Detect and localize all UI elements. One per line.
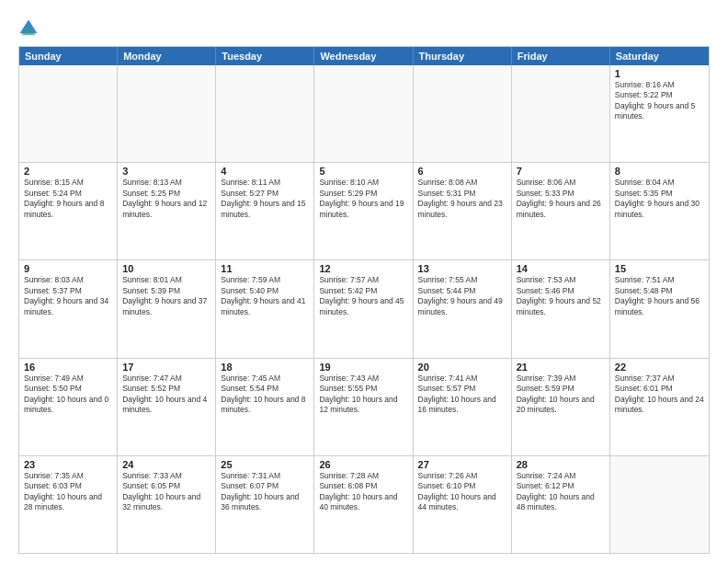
day-number: 20 — [418, 362, 506, 373]
header-day-saturday: Saturday — [610, 47, 709, 65]
day-info: Sunrise: 7:39 AM Sunset: 5:59 PM Dayligh… — [517, 373, 605, 416]
day-info: Sunrise: 7:41 AM Sunset: 5:57 PM Dayligh… — [418, 373, 506, 416]
empty-cell-0-1 — [118, 65, 216, 162]
day-cell-24: 24Sunrise: 7:33 AM Sunset: 6:05 PM Dayli… — [118, 456, 216, 553]
day-info: Sunrise: 7:24 AM Sunset: 6:12 PM Dayligh… — [517, 471, 605, 513]
empty-cell-0-4 — [414, 65, 512, 162]
day-number: 9 — [24, 263, 112, 274]
day-cell-25: 25Sunrise: 7:31 AM Sunset: 6:07 PM Dayli… — [216, 456, 314, 553]
day-info: Sunrise: 8:10 AM Sunset: 5:29 PM Dayligh… — [319, 178, 407, 220]
day-info: Sunrise: 7:47 AM Sunset: 5:52 PM Dayligh… — [122, 373, 210, 416]
day-info: Sunrise: 7:49 AM Sunset: 5:50 PM Dayligh… — [24, 373, 112, 416]
day-number: 12 — [319, 263, 407, 274]
calendar-row-3: 16Sunrise: 7:49 AM Sunset: 5:50 PM Dayli… — [19, 359, 709, 456]
day-cell-12: 12Sunrise: 7:57 AM Sunset: 5:42 PM Dayli… — [314, 260, 413, 357]
day-info: Sunrise: 7:59 AM Sunset: 5:40 PM Dayligh… — [221, 275, 309, 317]
header — [18, 15, 710, 39]
day-info: Sunrise: 8:01 AM Sunset: 5:39 PM Dayligh… — [122, 275, 210, 317]
day-info: Sunrise: 7:57 AM Sunset: 5:42 PM Dayligh… — [319, 275, 407, 317]
day-cell-19: 19Sunrise: 7:43 AM Sunset: 5:55 PM Dayli… — [314, 359, 413, 455]
day-cell-13: 13Sunrise: 7:55 AM Sunset: 5:44 PM Dayli… — [414, 260, 512, 357]
header-day-wednesday: Wednesday — [314, 47, 413, 65]
empty-cell-0-3 — [314, 65, 413, 162]
day-number: 13 — [418, 263, 506, 274]
calendar-header: SundayMondayTuesdayWednesdayThursdayFrid… — [19, 47, 709, 65]
day-cell-28: 28Sunrise: 7:24 AM Sunset: 6:12 PM Dayli… — [512, 456, 610, 553]
day-cell-5: 5Sunrise: 8:10 AM Sunset: 5:29 PM Daylig… — [314, 163, 413, 259]
day-number: 22 — [615, 362, 704, 373]
day-cell-4: 4Sunrise: 8:11 AM Sunset: 5:27 PM Daylig… — [216, 163, 314, 259]
day-number: 21 — [517, 362, 605, 373]
empty-cell-4-6 — [610, 456, 709, 553]
day-info: Sunrise: 7:33 AM Sunset: 6:05 PM Dayligh… — [122, 471, 210, 513]
day-info: Sunrise: 7:31 AM Sunset: 6:07 PM Dayligh… — [221, 471, 309, 513]
day-info: Sunrise: 7:28 AM Sunset: 6:08 PM Dayligh… — [319, 471, 407, 513]
day-info: Sunrise: 7:37 AM Sunset: 6:01 PM Dayligh… — [615, 373, 704, 416]
day-cell-7: 7Sunrise: 8:06 AM Sunset: 5:33 PM Daylig… — [512, 163, 610, 259]
day-cell-14: 14Sunrise: 7:53 AM Sunset: 5:46 PM Dayli… — [512, 260, 610, 357]
empty-cell-0-0 — [19, 65, 118, 162]
day-number: 4 — [221, 166, 309, 177]
day-cell-11: 11Sunrise: 7:59 AM Sunset: 5:40 PM Dayli… — [216, 260, 314, 357]
day-info: Sunrise: 7:35 AM Sunset: 6:03 PM Dayligh… — [24, 471, 112, 513]
day-info: Sunrise: 7:55 AM Sunset: 5:44 PM Dayligh… — [418, 275, 506, 317]
day-number: 28 — [517, 459, 605, 470]
day-cell-1: 1Sunrise: 8:16 AM Sunset: 5:22 PM Daylig… — [610, 65, 709, 162]
day-cell-9: 9Sunrise: 8:03 AM Sunset: 5:37 PM Daylig… — [19, 260, 118, 357]
day-info: Sunrise: 8:04 AM Sunset: 5:35 PM Dayligh… — [615, 178, 704, 220]
day-cell-17: 17Sunrise: 7:47 AM Sunset: 5:52 PM Dayli… — [118, 359, 216, 455]
header-day-tuesday: Tuesday — [216, 47, 314, 65]
day-info: Sunrise: 8:16 AM Sunset: 5:22 PM Dayligh… — [615, 80, 704, 122]
day-number: 1 — [615, 68, 704, 79]
day-number: 16 — [24, 362, 112, 373]
day-number: 11 — [221, 263, 309, 274]
day-number: 8 — [615, 166, 704, 177]
day-cell-10: 10Sunrise: 8:01 AM Sunset: 5:39 PM Dayli… — [118, 260, 216, 357]
day-cell-21: 21Sunrise: 7:39 AM Sunset: 5:59 PM Dayli… — [512, 359, 610, 455]
logo-icon — [18, 18, 39, 39]
day-cell-16: 16Sunrise: 7:49 AM Sunset: 5:50 PM Dayli… — [19, 359, 118, 455]
day-number: 27 — [418, 459, 506, 470]
day-cell-20: 20Sunrise: 7:41 AM Sunset: 5:57 PM Dayli… — [414, 359, 512, 455]
day-info: Sunrise: 7:53 AM Sunset: 5:46 PM Dayligh… — [517, 275, 605, 317]
page: SundayMondayTuesdayWednesdayThursdayFrid… — [0, 0, 728, 563]
day-cell-26: 26Sunrise: 7:28 AM Sunset: 6:08 PM Dayli… — [314, 456, 413, 553]
day-number: 7 — [517, 166, 605, 177]
day-cell-3: 3Sunrise: 8:13 AM Sunset: 5:25 PM Daylig… — [118, 163, 216, 259]
day-info: Sunrise: 8:06 AM Sunset: 5:33 PM Dayligh… — [517, 178, 605, 220]
day-number: 3 — [122, 166, 210, 177]
calendar-row-2: 9Sunrise: 8:03 AM Sunset: 5:37 PM Daylig… — [19, 260, 709, 358]
day-info: Sunrise: 8:08 AM Sunset: 5:31 PM Dayligh… — [418, 178, 506, 220]
header-day-thursday: Thursday — [414, 47, 512, 65]
day-info: Sunrise: 7:45 AM Sunset: 5:54 PM Dayligh… — [221, 373, 309, 416]
day-cell-18: 18Sunrise: 7:45 AM Sunset: 5:54 PM Dayli… — [216, 359, 314, 455]
day-number: 19 — [319, 362, 407, 373]
day-cell-22: 22Sunrise: 7:37 AM Sunset: 6:01 PM Dayli… — [610, 359, 709, 455]
day-number: 5 — [319, 166, 407, 177]
day-cell-23: 23Sunrise: 7:35 AM Sunset: 6:03 PM Dayli… — [19, 456, 118, 553]
calendar-row-0: 1Sunrise: 8:16 AM Sunset: 5:22 PM Daylig… — [19, 65, 709, 163]
day-cell-6: 6Sunrise: 8:08 AM Sunset: 5:31 PM Daylig… — [414, 163, 512, 259]
day-cell-15: 15Sunrise: 7:51 AM Sunset: 5:48 PM Dayli… — [610, 260, 709, 357]
day-info: Sunrise: 8:15 AM Sunset: 5:24 PM Dayligh… — [24, 178, 112, 220]
calendar: SundayMondayTuesdayWednesdayThursdayFrid… — [18, 46, 710, 554]
day-number: 18 — [221, 362, 309, 373]
logo — [18, 18, 42, 39]
calendar-row-4: 23Sunrise: 7:35 AM Sunset: 6:03 PM Dayli… — [19, 456, 709, 553]
header-day-friday: Friday — [512, 47, 610, 65]
day-number: 15 — [615, 263, 704, 274]
day-number: 17 — [122, 362, 210, 373]
day-number: 14 — [517, 263, 605, 274]
day-number: 2 — [24, 166, 112, 177]
header-day-monday: Monday — [118, 47, 216, 65]
day-number: 24 — [122, 459, 210, 470]
calendar-row-1: 2Sunrise: 8:15 AM Sunset: 5:24 PM Daylig… — [19, 163, 709, 260]
header-day-sunday: Sunday — [19, 47, 118, 65]
day-number: 6 — [418, 166, 506, 177]
day-cell-27: 27Sunrise: 7:26 AM Sunset: 6:10 PM Dayli… — [414, 456, 512, 553]
day-number: 10 — [122, 263, 210, 274]
day-info: Sunrise: 7:43 AM Sunset: 5:55 PM Dayligh… — [319, 373, 407, 416]
day-info: Sunrise: 8:11 AM Sunset: 5:27 PM Dayligh… — [221, 178, 309, 220]
day-info: Sunrise: 8:13 AM Sunset: 5:25 PM Dayligh… — [122, 178, 210, 220]
day-info: Sunrise: 7:26 AM Sunset: 6:10 PM Dayligh… — [418, 471, 506, 513]
